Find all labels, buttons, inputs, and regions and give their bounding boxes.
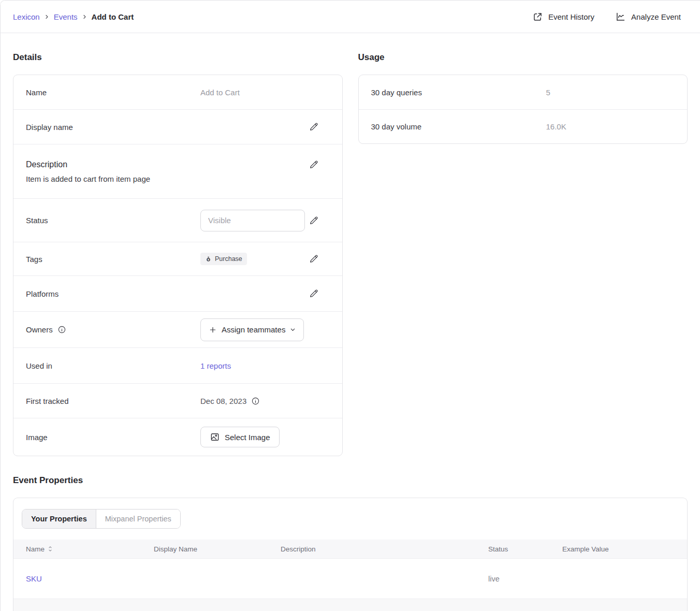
pencil-icon	[309, 254, 319, 264]
topbar-actions: Event History Analyze Event	[532, 11, 681, 22]
volume-label: 30 day volume	[371, 122, 546, 131]
owners-label-text: Owners	[26, 325, 53, 334]
detail-row-display-name: Display name	[13, 109, 342, 144]
column-header-name[interactable]: Name	[26, 545, 154, 553]
tab-mixpanel-properties[interactable]: Mixpanel Properties	[96, 510, 180, 528]
tag-label: Purchase	[215, 255, 242, 263]
property-link[interactable]: SKU	[26, 574, 42, 583]
analyze-event-label: Analyze Event	[631, 12, 681, 21]
select-image-label: Select Image	[225, 433, 270, 442]
details-card: Name Add to Cart Display name	[13, 75, 343, 456]
usage-heading: Usage	[358, 52, 688, 63]
detail-row-first-tracked: First tracked Dec 08, 2023	[13, 383, 342, 418]
pencil-icon	[309, 122, 319, 132]
line-chart-icon	[615, 11, 626, 22]
breadcrumb-events[interactable]: Events	[54, 12, 78, 21]
chevron-right-icon	[45, 14, 49, 19]
usage-row-queries: 30 day queries 5	[359, 75, 688, 109]
detail-row-name: Name Add to Cart	[13, 75, 342, 109]
breadcrumb-current: Add to Cart	[92, 12, 134, 21]
first-tracked-value: Dec 08, 2023	[200, 397, 246, 405]
external-link-icon	[532, 11, 543, 22]
column-header-description[interactable]: Description	[281, 545, 488, 553]
tags-label: Tags	[26, 255, 200, 264]
status-label: Status	[26, 216, 200, 225]
breadcrumb-lexicon[interactable]: Lexicon	[13, 12, 40, 21]
description-label: Description	[26, 160, 67, 169]
pencil-icon	[309, 288, 319, 299]
page-content: Details Name Add to Cart Display name	[1, 33, 700, 611]
platforms-label: Platforms	[26, 289, 200, 298]
sort-icon[interactable]	[48, 546, 53, 552]
chevron-down-icon	[290, 327, 296, 332]
column-header-status[interactable]: Status	[488, 545, 562, 553]
details-heading: Details	[13, 52, 343, 63]
detail-row-tags: Tags $ Purchase	[13, 242, 342, 275]
properties-tabs-wrap: Your Properties Mixpanel Properties	[13, 498, 687, 540]
column-header-example-value[interactable]: Example Value	[562, 545, 675, 553]
plus-icon	[209, 326, 217, 334]
tab-your-properties[interactable]: Your Properties	[22, 510, 96, 528]
edit-display-name-button[interactable]	[309, 122, 319, 132]
queries-value: 5	[546, 88, 550, 97]
column-name-label: Name	[26, 545, 45, 553]
properties-table-header: Name Display Name Description Status Exa…	[13, 540, 687, 558]
event-properties-card: Your Properties Mixpanel Properties Name…	[13, 498, 688, 611]
details-section: Details Name Add to Cart Display name	[13, 52, 343, 456]
assign-teammates-button[interactable]: Assign teammates	[200, 318, 304, 341]
app-window: Lexicon Events Add to Cart Event History	[0, 0, 700, 611]
topbar: Lexicon Events Add to Cart Event History	[1, 1, 700, 33]
used-in-reports-link[interactable]: 1 reports	[200, 361, 231, 370]
queries-label: 30 day queries	[371, 88, 546, 97]
info-icon[interactable]	[57, 325, 66, 334]
detail-row-used-in: Used in 1 reports	[13, 347, 342, 383]
event-history-label: Event History	[548, 12, 594, 21]
detail-row-platforms: Platforms	[13, 275, 342, 311]
usage-card: 30 day queries 5 30 day volume 16.0K	[358, 75, 688, 144]
used-in-label: Used in	[26, 361, 200, 370]
analyze-event-button[interactable]: Analyze Event	[615, 11, 681, 22]
usage-row-volume: 30 day volume 16.0K	[359, 109, 688, 143]
first-tracked-label: First tracked	[26, 397, 200, 405]
breadcrumb: Lexicon Events Add to Cart	[13, 12, 134, 21]
info-icon[interactable]	[251, 397, 260, 405]
edit-platforms-button[interactable]	[309, 288, 319, 299]
assign-teammates-label: Assign teammates	[222, 325, 285, 334]
tag-chip-purchase[interactable]: $ Purchase	[200, 253, 247, 265]
owners-label: Owners	[26, 325, 200, 334]
properties-tabs: Your Properties Mixpanel Properties	[22, 509, 181, 529]
status-input[interactable]	[200, 210, 305, 231]
property-row-sku[interactable]: SKU live	[13, 558, 687, 599]
detail-row-owners: Owners Assign teammates	[13, 311, 342, 347]
detail-row-status: Status	[13, 198, 342, 242]
pencil-icon	[309, 215, 319, 226]
edit-description-button[interactable]	[309, 159, 319, 170]
event-properties-heading: Event Properties	[13, 475, 688, 486]
image-label: Image	[26, 433, 200, 442]
edit-tags-button[interactable]	[309, 254, 319, 264]
event-history-button[interactable]: Event History	[532, 11, 594, 22]
event-properties-section: Event Properties Your Properties Mixpane…	[13, 475, 688, 611]
property-status: live	[488, 575, 562, 583]
detail-row-image: Image Select Image	[13, 418, 342, 456]
image-icon	[210, 432, 220, 442]
name-label: Name	[26, 88, 200, 97]
column-header-display-name[interactable]: Display Name	[154, 545, 281, 553]
name-value: Add to Cart	[200, 88, 240, 97]
description-value: Item is added to cart from item page	[26, 174, 319, 183]
volume-value: 16.0K	[546, 122, 566, 131]
usage-section: Usage 30 day queries 5 30 day volume 16.…	[358, 52, 688, 144]
chevron-right-icon	[82, 14, 87, 19]
edit-status-button[interactable]	[309, 215, 319, 226]
detail-row-description: Description Item is added to cart from i…	[13, 144, 342, 198]
display-name-label: Display name	[26, 123, 200, 132]
pencil-icon	[309, 159, 319, 170]
property-row-scroll[interactable]: Scroll % live	[13, 599, 687, 611]
select-image-button[interactable]: Select Image	[200, 427, 280, 447]
money-bag-icon: $	[205, 256, 212, 263]
